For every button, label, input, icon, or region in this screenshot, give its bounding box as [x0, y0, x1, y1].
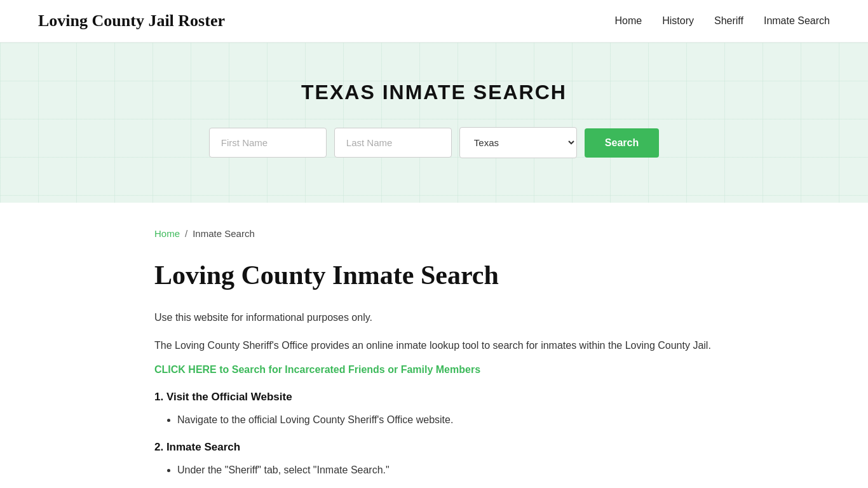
main-content: Home / Inmate Search Loving County Inmat… — [116, 203, 752, 488]
nav-inmate-search[interactable]: Inmate Search — [764, 15, 830, 27]
nav-sheriff[interactable]: Sheriff — [714, 15, 743, 27]
page-title: Loving County Inmate Search — [154, 259, 714, 291]
breadcrumb: Home / Inmate Search — [154, 228, 714, 239]
step1-heading: 1. Visit the Official Website — [154, 391, 714, 403]
breadcrumb-current: Inmate Search — [193, 228, 255, 239]
search-form: Texas Search — [209, 127, 659, 158]
intro-para-2: The Loving County Sheriff's Office provi… — [154, 337, 714, 354]
site-title: Loving County Jail Roster — [38, 11, 225, 30]
breadcrumb-separator: / — [185, 228, 187, 239]
step2-bullet-1: Under the "Sheriff" tab, select "Inmate … — [177, 461, 714, 478]
step2-heading: 2. Inmate Search — [154, 441, 714, 454]
first-name-input[interactable] — [209, 128, 327, 158]
nav-history[interactable]: History — [662, 15, 694, 27]
intro-para-1: Use this website for informational purpo… — [154, 309, 714, 326]
step2-list: Under the "Sheriff" tab, select "Inmate … — [154, 461, 714, 478]
hero-section: TEXAS INMATE SEARCH Texas Search — [0, 43, 868, 203]
step1-bullet-1: Navigate to the official Loving County S… — [177, 411, 714, 428]
main-nav: Home History Sheriff Inmate Search — [615, 15, 830, 27]
breadcrumb-home[interactable]: Home — [154, 228, 180, 239]
nav-home[interactable]: Home — [615, 15, 642, 27]
last-name-input[interactable] — [334, 128, 452, 158]
search-button[interactable]: Search — [585, 128, 659, 158]
state-select[interactable]: Texas — [459, 127, 577, 158]
step1-list: Navigate to the official Loving County S… — [154, 411, 714, 428]
hero-title: TEXAS INMATE SEARCH — [301, 81, 567, 104]
cta-link[interactable]: CLICK HERE to Search for Incarcerated Fr… — [154, 364, 480, 376]
